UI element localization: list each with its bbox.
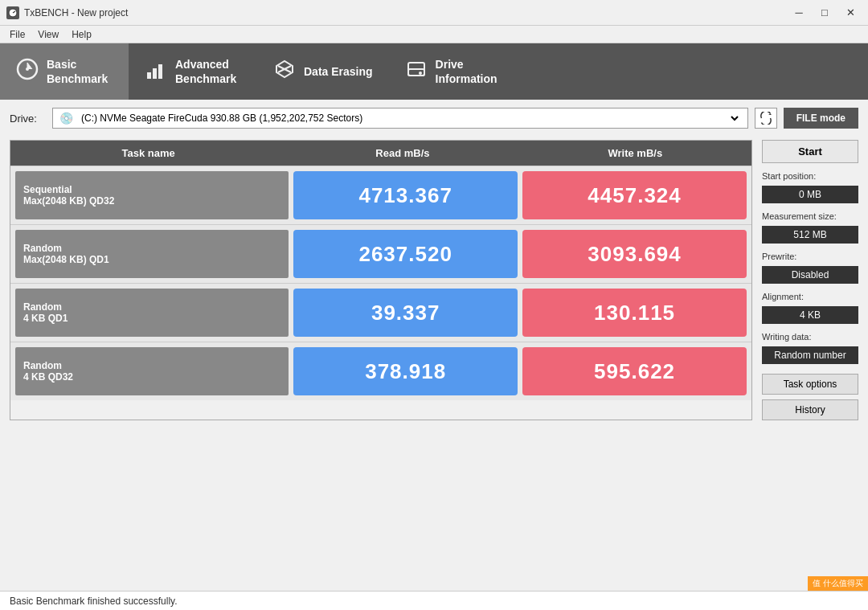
start-position-value: 0 MB	[762, 186, 858, 203]
minimize-btn[interactable]: ─	[788, 5, 810, 21]
svg-point-3	[26, 68, 29, 71]
main-content: Drive: 💿 (C:) NVMe Seagate FireCuda 930.…	[0, 100, 868, 428]
svg-rect-10	[408, 69, 424, 76]
drive-icon: 💿	[59, 112, 73, 125]
tab-data-erasing[interactable]: Data Erasing	[257, 43, 389, 100]
app-icon	[6, 6, 19, 19]
start-position-label: Start position:	[762, 171, 858, 181]
refresh-icon	[760, 112, 772, 125]
write-value-0: 4457.324	[522, 171, 747, 219]
drive-row: Drive: 💿 (C:) NVMe Seagate FireCuda 930.…	[10, 108, 858, 129]
title-bar: TxBENCH - New project ─ □ ✕	[0, 0, 868, 26]
prewrite-value: Disabled	[762, 266, 858, 284]
tab-basic-benchmark[interactable]: BasicBenchmark	[0, 43, 129, 100]
table-row: Random 4 KB QD1 39.337 130.115	[10, 283, 751, 342]
read-value-1: 2637.520	[293, 230, 518, 278]
tab-advanced-icon	[145, 58, 167, 85]
drive-select-wrapper[interactable]: 💿 (C:) NVMe Seagate FireCuda 930.88 GB (…	[52, 108, 748, 129]
maximize-btn[interactable]: □	[813, 5, 836, 21]
svg-point-11	[419, 72, 422, 75]
history-btn[interactable]: History	[762, 399, 858, 420]
status-bar: Basic Benchmark finished successfully.	[0, 591, 868, 610]
bench-container: Task name Read mB/s Write mB/s Sequentia…	[10, 140, 858, 420]
svg-rect-6	[158, 64, 162, 79]
read-value-2: 39.337	[293, 289, 518, 337]
file-mode-btn[interactable]: FILE mode	[784, 108, 858, 129]
header-task: Task name	[10, 141, 286, 166]
start-btn[interactable]: Start	[762, 140, 858, 163]
table-row: Random Max(2048 KB) QD1 2637.520 3093.69…	[10, 224, 751, 283]
tab-drive-info[interactable]: DriveInformation	[389, 43, 518, 100]
drive-dropdown[interactable]: (C:) NVMe Seagate FireCuda 930.88 GB (1,…	[78, 112, 741, 125]
table-header: Task name Read mB/s Write mB/s	[10, 141, 751, 166]
writing-data-label: Writing data:	[762, 332, 858, 342]
tab-basic-icon	[16, 58, 39, 85]
write-value-3: 595.622	[522, 347, 747, 395]
tab-basic-label: BasicBenchmark	[47, 57, 108, 86]
app-title: TxBENCH - New project	[24, 7, 128, 18]
tab-drive-label: DriveInformation	[436, 57, 497, 86]
task-name-0: Sequential Max(2048 KB) QD32	[15, 171, 289, 219]
read-value-0: 4713.367	[293, 171, 518, 219]
header-read: Read mB/s	[286, 141, 518, 166]
menu-help[interactable]: Help	[65, 27, 98, 42]
menu-file[interactable]: File	[3, 27, 31, 42]
menu-view[interactable]: View	[31, 27, 65, 42]
tab-drive-icon	[405, 58, 428, 85]
sidebar: Start Start position: 0 MB Measurement s…	[762, 140, 858, 420]
drive-label: Drive:	[10, 113, 46, 125]
task-name-2: Random 4 KB QD1	[15, 289, 289, 337]
title-bar-controls: ─ □ ✕	[788, 5, 862, 21]
status-text: Basic Benchmark finished successfully.	[10, 596, 178, 607]
menu-bar: File View Help	[0, 26, 868, 43]
task-options-btn[interactable]: Task options	[762, 374, 858, 395]
measurement-size-value: 512 MB	[762, 226, 858, 244]
table-row: Sequential Max(2048 KB) QD32 4713.367 44…	[10, 166, 751, 224]
write-value-2: 130.115	[522, 289, 747, 337]
drive-refresh-btn[interactable]	[755, 108, 777, 129]
close-btn[interactable]: ✕	[839, 5, 862, 21]
table-row: Random 4 KB QD32 378.918 595.622	[10, 342, 751, 400]
writing-data-value: Random number	[762, 346, 858, 364]
measurement-size-label: Measurement size:	[762, 211, 858, 221]
watermark: 值 什么值得买	[808, 576, 868, 591]
task-name-1: Random Max(2048 KB) QD1	[15, 230, 289, 278]
tab-erasing-icon	[273, 58, 296, 85]
tab-erasing-label: Data Erasing	[304, 64, 373, 79]
tab-advanced-label: AdvancedBenchmark	[175, 57, 236, 86]
prewrite-label: Prewrite:	[762, 252, 858, 261]
header-write: Write mB/s	[519, 141, 751, 166]
alignment-value: 4 KB	[762, 306, 858, 324]
alignment-label: Alignment:	[762, 292, 858, 301]
tab-advanced-benchmark[interactable]: AdvancedBenchmark	[129, 43, 257, 100]
title-bar-left: TxBENCH - New project	[6, 6, 128, 19]
tab-bar: BasicBenchmark AdvancedBenchmark Data Er…	[0, 43, 868, 100]
svg-rect-4	[147, 72, 151, 79]
svg-rect-5	[153, 68, 157, 79]
task-name-3: Random 4 KB QD32	[15, 347, 289, 395]
write-value-1: 3093.694	[522, 230, 747, 278]
benchmark-table: Task name Read mB/s Write mB/s Sequentia…	[10, 140, 752, 420]
read-value-3: 378.918	[293, 347, 518, 395]
